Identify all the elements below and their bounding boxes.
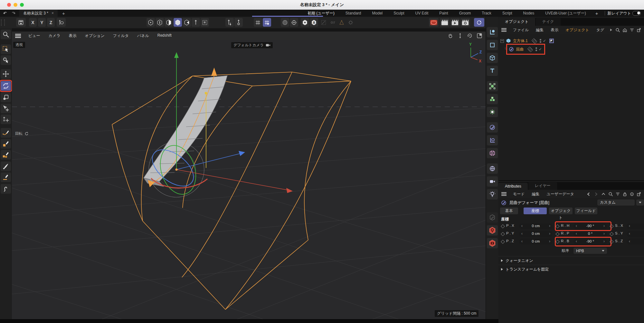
quantize-grid-button[interactable] — [254, 18, 262, 27]
tab-fields[interactable]: フィールド — [575, 208, 597, 214]
menu-overflow-icon[interactable] — [610, 29, 612, 31]
render-view-button[interactable] — [429, 18, 439, 27]
expand-toggle-icon[interactable] — [500, 39, 504, 43]
toggle-panel-icon[interactable] — [477, 33, 482, 39]
keyframe-diamond-icon[interactable] — [501, 232, 505, 236]
lock-z-axis-button[interactable]: Z — [47, 18, 55, 27]
toolbar-grip[interactable] — [1, 19, 5, 26]
enabled-check-icon[interactable]: ✓ — [543, 39, 546, 43]
sketch-pen-tool-icon[interactable] — [1, 139, 11, 149]
rotation-field[interactable]: -90 ° — [573, 239, 607, 245]
scale-field[interactable] — [627, 223, 644, 229]
manager-tab[interactable]: Attributes — [498, 183, 528, 190]
tab-basic[interactable]: 基本 — [500, 208, 518, 214]
redshift-light-icon[interactable] — [487, 225, 498, 235]
generators-icon[interactable] — [487, 107, 498, 117]
attr-menu-item[interactable]: ユーザーデータ — [543, 191, 578, 197]
spline-pen-tool-icon[interactable] — [1, 128, 11, 138]
document-tab[interactable]: 名称未設定 3 * × — [19, 10, 58, 17]
volume-builder-icon[interactable] — [487, 94, 498, 104]
enable-axis-button[interactable] — [225, 18, 234, 27]
freehand-spline-tool-icon[interactable] — [1, 184, 11, 194]
preset-dropdown[interactable]: カスタム — [597, 199, 635, 206]
deformers-icon[interactable] — [487, 122, 498, 133]
attr-menu-item[interactable]: モード — [509, 191, 528, 197]
mode-points-button[interactable] — [147, 18, 155, 27]
layout-item[interactable]: UV Edit — [410, 10, 434, 17]
keyframe-diamond-icon[interactable] — [501, 224, 505, 228]
multi-transform-tool-icon[interactable] — [1, 115, 11, 124]
mode-polygons-button[interactable] — [165, 18, 173, 27]
render-settings-button[interactable] — [460, 18, 470, 27]
view-solo-button[interactable] — [301, 18, 309, 27]
minimize-window-button[interactable] — [14, 3, 17, 7]
camera-label[interactable]: デフォルトカメラ — [231, 42, 273, 48]
layer-icon[interactable] — [532, 39, 536, 43]
brush-tool-icon[interactable] — [1, 162, 11, 171]
tab-coordinates[interactable]: 座標 — [524, 208, 547, 214]
new-layout-button[interactable]: 新レイアウト — [608, 11, 631, 16]
position-field[interactable]: 0 cm — [519, 223, 553, 229]
isolate-disabled-icon[interactable] — [319, 18, 328, 27]
attr-filter-icon[interactable] — [615, 192, 620, 197]
visibility-dots[interactable] — [540, 39, 541, 43]
om-search-icon[interactable] — [615, 28, 620, 32]
primitive-cube-icon[interactable] — [487, 53, 498, 63]
pen-primitives-tool-icon[interactable] — [1, 150, 11, 160]
keyframe-diamond-icon[interactable] — [501, 240, 505, 244]
attr-hamburger-icon[interactable] — [498, 192, 509, 196]
visibility-dots[interactable] — [535, 47, 537, 51]
viewport-menu-item[interactable]: ビュー — [24, 33, 44, 39]
picture-viewer-button[interactable] — [440, 18, 450, 27]
keyframe-diamond-icon[interactable] — [555, 232, 560, 236]
redo-icon[interactable] — [10, 11, 16, 15]
orbit-view-icon[interactable] — [467, 33, 473, 39]
line-pen-tool-icon[interactable] — [1, 172, 11, 182]
coordinate-system-button[interactable] — [57, 18, 66, 27]
modifier-gear-button[interactable] — [290, 18, 298, 27]
scale-tool-icon[interactable] — [1, 93, 11, 102]
layout-toggle-icon[interactable] — [632, 11, 641, 16]
viewport-hamburger-icon[interactable] — [12, 34, 24, 38]
axis-modify-button[interactable] — [234, 18, 243, 27]
scale-field[interactable] — [627, 239, 644, 245]
lock-x-axis-button[interactable]: X — [29, 18, 37, 27]
close-tab-icon[interactable]: × — [52, 11, 54, 15]
mode-axis-button[interactable] — [192, 18, 200, 27]
layout-item[interactable]: Model — [367, 10, 388, 17]
undo-icon[interactable] — [3, 11, 8, 15]
spline-primitives-icon[interactable] — [487, 40, 498, 50]
object-name[interactable]: 立方体.1 — [513, 38, 528, 44]
keyframe-diamond-icon[interactable] — [555, 224, 560, 228]
attr-menu-item[interactable]: 編集 — [528, 191, 543, 197]
rotation-field[interactable]: -90 ° — [573, 223, 607, 229]
om-menu-item[interactable]: ファイル — [509, 27, 532, 33]
layout-item[interactable]: Groom — [454, 10, 477, 17]
phong-tag-icon[interactable] — [549, 39, 554, 43]
viewport-menu-item[interactable]: Redshift — [153, 33, 176, 39]
viewport-menu-item[interactable]: 表示 — [64, 33, 80, 39]
om-filter-icon[interactable] — [630, 28, 634, 32]
layout-item[interactable]: Paint — [434, 10, 453, 17]
mode-model-button[interactable] — [174, 18, 182, 27]
om-menu-item[interactable]: タグ — [593, 27, 608, 33]
mode-workplane-button[interactable] — [201, 18, 209, 27]
layout-item[interactable]: Track — [476, 10, 497, 17]
object-name[interactable]: 屈曲 — [516, 47, 524, 52]
move-tool-icon[interactable] — [1, 69, 11, 79]
projection-label[interactable]: 透視 — [13, 42, 25, 48]
selection-settings-tool-icon[interactable] — [1, 55, 11, 65]
cloner-icon[interactable] — [487, 81, 498, 91]
enabled-check-icon[interactable]: ✓ — [539, 47, 542, 51]
visibility-filter-icon[interactable] — [328, 18, 337, 27]
make-editable-button[interactable] — [16, 18, 26, 27]
keyframe-diamond-icon[interactable] — [555, 240, 560, 244]
viewport-canvas[interactable]: Y Z X 透視 デフォルトカメラ 回転 グリッド間隔 : 500 cm — [12, 40, 486, 319]
preset-dropdown-chevron-icon[interactable] — [636, 199, 644, 206]
tree-row-bend[interactable]: 屈曲 ✓ — [498, 45, 644, 53]
cursor-transform-tool-icon[interactable] — [1, 104, 11, 113]
om-home-icon[interactable] — [622, 28, 627, 32]
close-window-button[interactable] — [7, 3, 11, 7]
layout-item[interactable]: Script — [497, 10, 518, 17]
viewport-menu-item[interactable]: オプション — [80, 33, 109, 39]
